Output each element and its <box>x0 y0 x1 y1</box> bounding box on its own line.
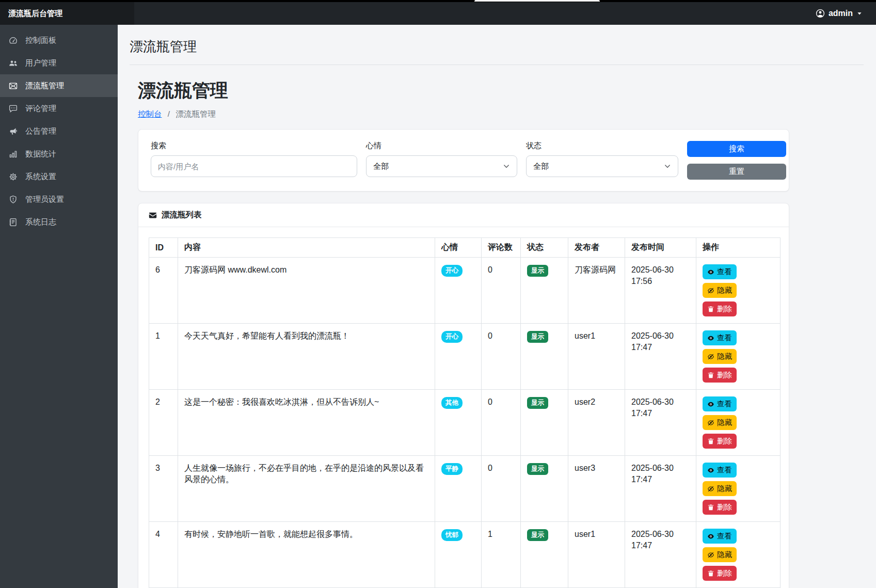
chevron-down-icon <box>664 163 671 170</box>
cell-id: 1 <box>149 324 178 390</box>
sidebar-item-5[interactable]: 数据统计 <box>0 142 118 165</box>
table-row: 2 这是一个秘密：我很喜欢吃冰淇淋，但从不告诉别人~ 其他 0 显示 user2… <box>149 390 781 456</box>
main-content: 漂流瓶管理 漂流瓶管理 控制台 / 漂流瓶管理 搜索 心情 <box>118 25 876 588</box>
cell-mood: 开心 <box>435 324 482 390</box>
breadcrumb: 控制台 / 漂流瓶管理 <box>138 109 876 120</box>
view-button[interactable]: 查看 <box>703 529 737 544</box>
cell-publisher: user2 <box>568 390 625 456</box>
sidebar-nav: 控制面板 用户管理 漂流瓶管理 评论管理 公告管理 数据统计 系统设置 管理员设… <box>0 25 118 588</box>
cell-publisher: user3 <box>568 456 625 522</box>
cell-comments: 0 <box>482 456 521 522</box>
status-label: 状态 <box>526 141 678 151</box>
mood-select-value: 全部 <box>373 162 389 171</box>
cell-actions: 查看 隐藏 删除 <box>696 324 781 390</box>
envelope-icon <box>8 82 18 90</box>
view-button[interactable]: 查看 <box>703 264 737 279</box>
table-header-row: ID内容心情评论数状态发布者发布时间操作 <box>149 238 781 258</box>
megaphone-icon <box>8 127 18 136</box>
envelope-icon <box>149 211 157 219</box>
cell-id: 3 <box>149 456 178 522</box>
sidebar-item-2[interactable]: 漂流瓶管理 <box>0 74 118 97</box>
hide-button[interactable]: 隐藏 <box>703 283 737 298</box>
cell-comments: 0 <box>482 390 521 456</box>
journal-icon <box>8 218 18 227</box>
hide-button[interactable]: 隐藏 <box>703 415 737 430</box>
column-header: 状态 <box>521 238 568 258</box>
caret-down-icon <box>856 10 863 17</box>
cell-mood: 开心 <box>435 258 482 324</box>
cell-content: 今天天气真好，希望能有人看到我的漂流瓶！ <box>178 324 435 390</box>
status-badge: 显示 <box>527 529 548 541</box>
hide-button[interactable]: 隐藏 <box>703 481 737 496</box>
cell-comments: 0 <box>482 324 521 390</box>
cell-publisher: user1 <box>568 522 625 588</box>
bar-chart-icon <box>8 150 18 158</box>
search-button[interactable]: 搜索 <box>687 141 786 157</box>
sidebar-item-1[interactable]: 用户管理 <box>0 52 118 74</box>
cell-time: 2025-06-30 17:47 <box>625 456 696 522</box>
eye-icon <box>707 533 714 540</box>
breadcrumb-link-console[interactable]: 控制台 <box>138 109 162 118</box>
cell-mood: 其他 <box>435 390 482 456</box>
status-badge: 显示 <box>527 397 548 409</box>
sidebar-item-0[interactable]: 控制面板 <box>0 29 118 52</box>
reset-button[interactable]: 重置 <box>687 164 786 180</box>
delete-button[interactable]: 删除 <box>703 301 737 316</box>
cell-status: 显示 <box>521 522 568 588</box>
sidebar-item-6[interactable]: 系统设置 <box>0 165 118 188</box>
cell-publisher: 刀客源码网 <box>568 258 625 324</box>
cell-publisher: user1 <box>568 324 625 390</box>
cell-status: 显示 <box>521 390 568 456</box>
mood-badge: 其他 <box>441 397 463 409</box>
cell-status: 显示 <box>521 456 568 522</box>
sidebar-item-7[interactable]: 管理员设置 <box>0 188 118 211</box>
trash-icon <box>707 504 714 511</box>
hide-button[interactable]: 隐藏 <box>703 349 737 364</box>
cell-comments: 0 <box>482 258 521 324</box>
gear-icon <box>8 172 18 181</box>
status-badge: 显示 <box>527 265 548 277</box>
column-header: ID <box>149 238 178 258</box>
column-header: 评论数 <box>482 238 521 258</box>
view-button[interactable]: 查看 <box>703 463 737 478</box>
cell-mood: 平静 <box>435 456 482 522</box>
column-header: 发布者 <box>568 238 625 258</box>
status-badge: 显示 <box>527 331 548 343</box>
delete-button[interactable]: 删除 <box>703 500 737 515</box>
browser-tab-artifact <box>474 0 600 2</box>
column-header: 内容 <box>178 238 435 258</box>
eye-slash-icon <box>707 551 714 559</box>
browser-top-strip <box>0 0 876 2</box>
cell-time: 2025-06-30 17:47 <box>625 390 696 456</box>
trash-icon <box>707 438 714 445</box>
content-header-title: 漂流瓶管理 <box>130 25 864 65</box>
search-input[interactable] <box>151 155 357 177</box>
status-select[interactable]: 全部 <box>526 155 678 177</box>
cell-time: 2025-06-30 17:56 <box>625 258 696 324</box>
column-header: 操作 <box>696 238 781 258</box>
view-button[interactable]: 查看 <box>703 396 737 411</box>
mood-select[interactable]: 全部 <box>366 155 517 177</box>
eye-icon <box>707 401 714 408</box>
bottle-list-card: 漂流瓶列表 ID内容心情评论数状态发布者发布时间操作 6 刀客源码网 www.d… <box>138 203 789 588</box>
cell-content: 这是一个秘密：我很喜欢吃冰淇淋，但从不告诉别人~ <box>178 390 435 456</box>
cell-id: 4 <box>149 522 178 588</box>
table-row: 6 刀客源码网 www.dkewl.com 开心 0 显示 刀客源码网 2025… <box>149 258 781 324</box>
users-icon <box>8 59 18 68</box>
delete-button[interactable]: 删除 <box>703 368 737 383</box>
hide-button[interactable]: 隐藏 <box>703 547 737 562</box>
filter-card: 搜索 心情 全部 状态 全部 <box>138 129 789 192</box>
status-select-value: 全部 <box>533 162 549 171</box>
view-button[interactable]: 查看 <box>703 330 737 345</box>
sidebar-item-4[interactable]: 公告管理 <box>0 120 118 142</box>
sidebar-item-3[interactable]: 评论管理 <box>0 97 118 120</box>
mood-badge: 忧郁 <box>441 529 463 541</box>
cell-time: 2025-06-30 17:47 <box>625 522 696 588</box>
delete-button[interactable]: 删除 <box>703 566 737 581</box>
user-menu[interactable]: admin <box>816 2 876 25</box>
page-title: 漂流瓶管理 <box>138 78 876 103</box>
delete-button[interactable]: 删除 <box>703 434 737 449</box>
eye-slash-icon <box>707 485 714 492</box>
eye-icon <box>707 467 714 474</box>
sidebar-item-8[interactable]: 系统日志 <box>0 211 118 233</box>
